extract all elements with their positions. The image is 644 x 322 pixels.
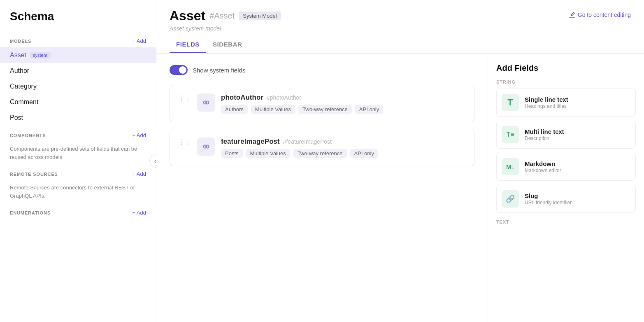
field-type-info: SlugURL friendly identifier <box>525 192 572 205</box>
remote-sources-section-header: REMOTE SOURCES + Add <box>0 168 156 180</box>
field-name: featureImagePost <box>221 138 280 146</box>
field-tag: Two-way reference <box>298 105 352 114</box>
sidebar-model-item-comment[interactable]: Comment <box>0 94 156 110</box>
field-tag: API only <box>350 149 378 158</box>
add-model-button[interactable]: + Add <box>132 38 146 44</box>
sidebar-model-item-post[interactable]: Post <box>0 110 156 126</box>
enumerations-label: ENUMERATIONS <box>10 210 51 215</box>
asset-title-row: Asset #Asset System Model <box>170 8 281 23</box>
tab-sidebar[interactable]: SIDEBAR <box>206 37 249 53</box>
add-enumeration-button[interactable]: + Add <box>132 210 146 216</box>
field-name-row: featureImagePost#featureImagePost <box>221 138 466 146</box>
reference-icon <box>197 93 215 112</box>
field-type-name: Multi line text <box>525 128 564 135</box>
add-remote-source-button[interactable]: + Add <box>132 171 146 177</box>
sidebar-model-item-asset[interactable]: Assetsystem <box>0 47 156 63</box>
field-type-info: Single line textHeadings and titles <box>525 96 568 109</box>
field-type-description: Markdown editor <box>525 168 561 173</box>
multi-line-text-icon: T≡ <box>502 126 519 143</box>
field-info: photoAuthor#photoAuthorAuthorsMultiple V… <box>221 93 466 114</box>
field-tag: Multiple Values <box>251 105 295 114</box>
asset-title: Asset <box>170 8 205 23</box>
model-item-name: Comment <box>10 98 38 106</box>
drag-handle-icon[interactable]: ⋮⋮ <box>178 138 191 146</box>
sidebar-model-item-author[interactable]: Author <box>0 63 156 79</box>
edit-icon <box>569 12 575 18</box>
field-tags: PostsMultiple ValuesTwo-way referenceAPI… <box>221 149 466 158</box>
main-header: Asset #Asset System Model Asset system m… <box>156 0 644 54</box>
field-card-featureimagepost[interactable]: ⋮⋮featureImagePost#featureImagePostPosts… <box>170 129 474 166</box>
remote-sources-description: Remote Sources are connectors to externa… <box>0 180 156 203</box>
field-hash: #featureImagePost <box>283 138 332 145</box>
field-tag: Authors <box>221 105 248 114</box>
tabs-row: FIELDS SIDEBAR <box>170 37 281 53</box>
model-item-name: Asset <box>10 51 26 59</box>
field-type-info: Multi line textDescription <box>525 128 564 141</box>
add-fields-title: Add Fields <box>496 63 636 73</box>
asset-hash: #Asset <box>209 11 235 21</box>
toggle-row: Show system fields <box>170 65 474 75</box>
model-item-name: Category <box>10 83 37 90</box>
model-item-name: Author <box>10 67 29 75</box>
field-name: photoAuthor <box>221 93 263 102</box>
field-tag: Posts <box>221 149 243 158</box>
models-label: MODELS <box>10 39 31 44</box>
field-card-photoauthor[interactable]: ⋮⋮photoAuthor#photoAuthorAuthorsMultiple… <box>170 85 474 122</box>
header-left: Asset #Asset System Model Asset system m… <box>170 8 281 53</box>
tab-fields[interactable]: FIELDS <box>170 37 206 53</box>
text-section-label: TEXT <box>496 219 636 224</box>
field-type-name: Single line text <box>525 96 568 103</box>
field-type-description: Headings and titles <box>525 103 568 109</box>
content-area: Show system fields ⋮⋮photoAuthor#photoAu… <box>156 54 644 322</box>
go-to-editing-link[interactable]: Go to content editing <box>569 12 631 18</box>
field-tags: AuthorsMultiple ValuesTwo-way referenceA… <box>221 105 466 114</box>
field-type-name: Markdown <box>525 160 561 167</box>
string-section-label: STRING <box>496 79 636 84</box>
field-info: featureImagePost#featureImagePostPostsMu… <box>221 138 466 158</box>
system-model-badge: System Model <box>239 12 281 20</box>
sidebar: Schema MODELS + Add AssetsystemAuthorCat… <box>0 0 156 322</box>
field-hash: #photoAuthor <box>267 94 301 101</box>
field-types-list: TSingle line textHeadings and titlesT≡Mu… <box>496 89 636 213</box>
field-type-card-single-line-text[interactable]: TSingle line textHeadings and titles <box>496 89 636 117</box>
field-type-description: URL friendly identifier <box>525 200 572 205</box>
main-content: Asset #Asset System Model Asset system m… <box>156 0 644 322</box>
right-panel: Add Fields STRING TSingle line textHeadi… <box>488 54 644 322</box>
field-type-card-slug[interactable]: 🔗SlugURL friendly identifier <box>496 185 636 213</box>
field-cards-list: ⋮⋮photoAuthor#photoAuthorAuthorsMultiple… <box>170 85 474 166</box>
field-type-card-markdown[interactable]: M↓MarkdownMarkdown editor <box>496 153 636 181</box>
toggle-label: Show system fields <box>193 67 245 74</box>
model-list: AssetsystemAuthorCategoryCommentPost <box>0 47 156 126</box>
model-item-badge: system <box>30 52 51 58</box>
models-section-header: MODELS + Add <box>0 35 156 47</box>
remote-sources-label: REMOTE SOURCES <box>10 172 58 177</box>
field-type-info: MarkdownMarkdown editor <box>525 160 561 173</box>
components-section-header: COMPONENTS + Add <box>0 129 156 142</box>
asset-subtitle: Asset system model <box>170 25 281 32</box>
field-type-description: Description <box>525 135 564 141</box>
model-item-name: Post <box>10 114 23 121</box>
field-tag: API only <box>355 105 383 114</box>
drag-handle-icon[interactable]: ⋮⋮ <box>178 93 191 102</box>
field-tag: Two-way reference <box>293 149 347 158</box>
field-name-row: photoAuthor#photoAuthor <box>221 93 466 102</box>
markdown-icon: M↓ <box>502 158 519 175</box>
sidebar-model-item-category[interactable]: Category <box>0 79 156 94</box>
slug-icon: 🔗 <box>502 190 519 208</box>
show-system-fields-toggle[interactable] <box>170 65 188 75</box>
field-tag: Multiple Values <box>246 149 290 158</box>
components-label: COMPONENTS <box>10 133 46 138</box>
single-line-text-icon: T <box>502 94 519 111</box>
components-description: Components are pre-defined sets of field… <box>0 142 156 164</box>
fields-panel: Show system fields ⋮⋮photoAuthor#photoAu… <box>156 54 488 322</box>
enumerations-section-header: ENUMERATIONS + Add <box>0 206 156 219</box>
reference-icon <box>197 138 215 156</box>
add-component-button[interactable]: + Add <box>132 132 146 138</box>
field-type-card-multi-line-text[interactable]: T≡Multi line textDescription <box>496 121 636 149</box>
field-type-name: Slug <box>525 192 572 199</box>
sidebar-title: Schema <box>0 10 156 31</box>
